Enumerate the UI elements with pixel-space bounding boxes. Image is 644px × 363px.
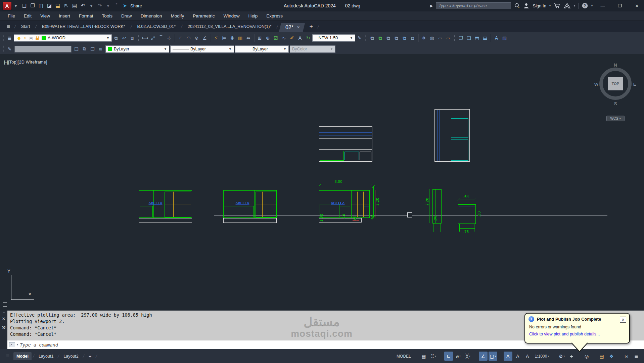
inspection-dimension-icon[interactable]: ⊞	[256, 34, 264, 42]
object-snap-icon[interactable]: ▢▾	[489, 352, 497, 361]
diameter-dimension-icon[interactable]: ⊘	[193, 34, 200, 42]
logo-menu-caret-icon[interactable]: ▾	[12, 2, 20, 10]
layer-merge-icon[interactable]: ⧈	[409, 34, 416, 42]
layer-off-icon[interactable]: ◍	[428, 34, 436, 42]
sign-in-caret-icon[interactable]: ▾	[549, 4, 551, 7]
layer-unlock-tool-icon[interactable]: ▱	[444, 34, 452, 42]
ordinate-dimension-icon[interactable]: ⊹	[165, 34, 173, 42]
notification-details-link[interactable]: Click to view plot and publish details..…	[529, 332, 600, 336]
dimension-space-icon[interactable]: ▥	[236, 34, 244, 42]
window-close-button[interactable]: ✕	[630, 1, 644, 11]
lineweight-caret-icon[interactable]: ▼	[281, 47, 286, 51]
send-under-objects-icon[interactable]: ⬓	[481, 34, 489, 42]
match-properties-icon[interactable]: ✎	[6, 45, 13, 53]
layer-walk-icon[interactable]: ⧉	[393, 34, 400, 42]
menu-view[interactable]: View	[36, 13, 54, 18]
layer-combo[interactable]: ●☀▣ A-WOOD ▼	[14, 34, 112, 42]
arc-length-dimension-icon[interactable]: ⌒	[157, 34, 165, 42]
tab-b02-al-cw-sd[interactable]: B.02.AL.CW.SD_01*	[133, 24, 181, 29]
annotation-visibility-icon[interactable]: A	[504, 352, 512, 361]
clean-screen-icon[interactable]: ⊡	[622, 352, 631, 361]
tab-b09-water-treat[interactable]: B09-WATER TREAT...LANT-BLOCK WORK*	[37, 24, 130, 29]
layer-make-current-check-icon[interactable]: ⧉	[376, 34, 384, 42]
new-tab-button[interactable]: +	[305, 23, 317, 30]
aligned-dimension-icon[interactable]: ⤢	[149, 34, 157, 42]
menu-help[interactable]: Help	[244, 13, 262, 18]
object-color-combo[interactable]: ByLayer ▼	[105, 45, 169, 53]
polar-tracking-icon[interactable]: ⌀▾	[454, 352, 463, 361]
viewcube-top-face[interactable]: TOP	[608, 77, 623, 90]
menu-format[interactable]: Format	[75, 13, 98, 18]
group-manager-icon[interactable]: ⧈	[97, 45, 104, 53]
command-customize-icon[interactable]: ⚒	[1, 325, 6, 330]
quick-dimension-icon[interactable]: ⚡	[212, 34, 220, 42]
radius-dimension-icon[interactable]: ◜	[177, 34, 184, 42]
command-recent-caret-icon[interactable]: ▾	[17, 343, 18, 346]
menu-parametric[interactable]: Parametric	[188, 13, 219, 18]
command-input-placeholder[interactable]: Type a command	[20, 342, 58, 348]
layer-states-icon[interactable]: ⧈	[128, 34, 136, 42]
group-icon[interactable]: ⧉	[81, 45, 88, 53]
tab-02-active[interactable]: 02* ✕	[279, 23, 305, 32]
menu-file[interactable]: File	[3, 13, 19, 18]
jogged-dimension-icon[interactable]: ◠	[185, 34, 192, 42]
angular-dimension-icon[interactable]: ∠	[201, 34, 209, 42]
cart-icon[interactable]	[554, 3, 560, 9]
dimension-text-angle-icon[interactable]: A	[296, 34, 304, 42]
layout-tab-layout2[interactable]: Layout2	[60, 352, 81, 360]
file-tabs-menu-icon[interactable]: ≡	[3, 23, 14, 30]
dimension-break-icon[interactable]: ⇻	[244, 34, 252, 42]
tab-villa-renovation[interactable]: 20241112_03_VILLA...LA_RENOVATION(1)*	[183, 24, 276, 29]
undo-icon[interactable]: ↶	[79, 2, 87, 10]
menu-tools[interactable]: Tools	[98, 13, 117, 18]
layout-tab-layout1[interactable]: Layout1	[36, 352, 56, 360]
status-customization-icon[interactable]: ≡	[632, 352, 641, 361]
layer-viewport-freeze-icon[interactable]: ▣	[28, 35, 34, 41]
search-expand-icon[interactable]: ▶	[430, 4, 433, 8]
window-restore-button[interactable]: ❐	[613, 1, 627, 11]
viewport-controls-label[interactable]: [-][Top][2D Wireframe]	[4, 60, 47, 65]
wcs-menu[interactable]: WCS ▾	[606, 116, 625, 121]
plot-status-icon[interactable]: ▤	[597, 352, 606, 361]
dimension-style-icon[interactable]: ✎	[356, 34, 363, 42]
viewcube-south-label[interactable]: S	[614, 101, 617, 106]
plot-icon[interactable]: ▤	[71, 2, 79, 10]
redo-caret-icon[interactable]: ▾	[104, 2, 112, 10]
menu-edit[interactable]: Edit	[19, 13, 36, 18]
dimension-update-icon[interactable]: ↻	[304, 34, 312, 42]
layer-on-bulb-icon[interactable]: ●	[16, 35, 22, 41]
lineweight-combo[interactable]: ByLayer ▼	[235, 45, 289, 53]
layer-freeze-icon[interactable]: ❄	[420, 34, 428, 42]
user-avatar-icon[interactable]	[523, 3, 530, 9]
snap-mode-icon[interactable]: ⠿▾	[429, 352, 438, 361]
save-to-folder-icon[interactable]: ⬓	[54, 2, 62, 10]
tab-start[interactable]: Start	[16, 24, 35, 29]
layer-copy-objects-icon[interactable]: ⧉	[384, 34, 392, 42]
oblique-dimension-icon[interactable]: ✐	[288, 34, 296, 42]
help-icon[interactable]: ?	[582, 2, 588, 9]
bring-above-objects-icon[interactable]: ⬒	[473, 34, 481, 42]
annotation-autoscale-icon[interactable]: A	[513, 352, 522, 361]
baseline-dimension-icon[interactable]: ⊨	[220, 34, 228, 42]
continue-dimension-icon[interactable]: ⋕	[228, 34, 236, 42]
search-input[interactable]	[436, 2, 511, 9]
isolate-objects-icon[interactable]: ◎	[582, 352, 591, 361]
redo-icon[interactable]: ↷	[96, 2, 104, 10]
layer-match-icon[interactable]: ⧉	[368, 34, 376, 42]
menu-draw[interactable]: Draw	[117, 13, 136, 18]
layer-filter-field[interactable]	[14, 46, 72, 52]
qat-customize-icon[interactable]: ˅	[112, 2, 121, 10]
autodesk-mark-icon[interactable]	[563, 3, 571, 9]
send-to-back-icon[interactable]: ❏	[465, 34, 473, 42]
share-plane-icon[interactable]: ➤	[121, 2, 129, 10]
drawing-canvas[interactable]: [-][Top][2D Wireframe] ABELLA ABELLA ABE…	[0, 54, 644, 311]
command-prompt-icon[interactable]: >_	[9, 342, 15, 347]
linetype-caret-icon[interactable]: ▼	[226, 47, 232, 51]
layer-properties-icon[interactable]: ≣	[6, 34, 13, 42]
command-panel-grip[interactable]	[1, 312, 6, 313]
model-space-badge[interactable]: MODEL	[395, 352, 413, 361]
dim-style-combo[interactable]: NEW 1-50 ▼	[312, 34, 355, 42]
layer-combo-caret-icon[interactable]: ▼	[104, 36, 109, 40]
autocad-logo[interactable]: A	[3, 2, 11, 10]
make-object-layer-current-icon[interactable]: ⧉	[112, 34, 120, 42]
